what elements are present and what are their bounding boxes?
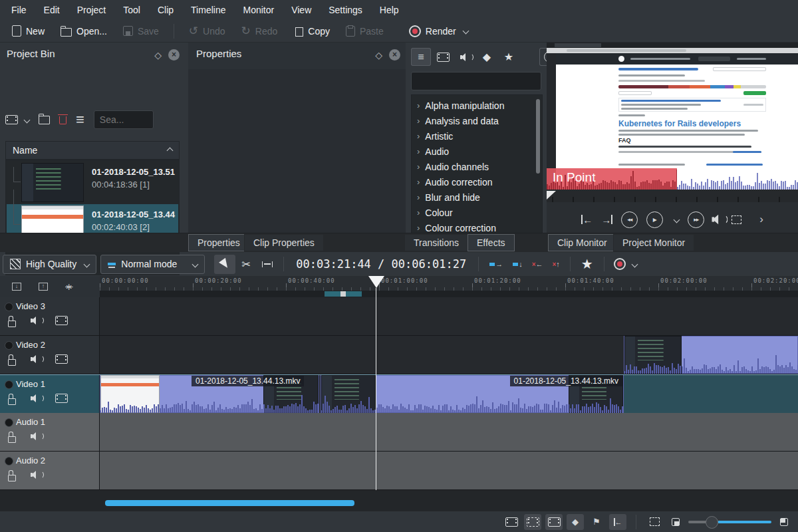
tab-clip-properties[interactable]: Clip Properties xyxy=(244,234,324,251)
redo-button[interactable]: ↻Redo xyxy=(235,21,285,41)
undo-button[interactable]: ↺Undo xyxy=(182,21,232,41)
timeline-horizontal-scrollbar[interactable] xyxy=(105,500,354,506)
timeline-clip[interactable]: 01-2018-12-05_13.44.13.mkv xyxy=(321,375,624,413)
create-folder-button[interactable] xyxy=(39,113,50,126)
playhead-handle[interactable] xyxy=(368,276,384,288)
effect-category[interactable]: ›Colour xyxy=(412,205,542,220)
insert-zone-button[interactable]: → xyxy=(489,260,503,268)
new-button[interactable]: New xyxy=(5,23,51,39)
menu-file[interactable]: File xyxy=(3,2,35,18)
render-options-chevron-icon[interactable] xyxy=(631,261,638,267)
monitor-expand-button[interactable]: › xyxy=(759,213,763,226)
tab-transitions[interactable]: Transitions xyxy=(404,234,468,251)
quality-combobox[interactable]: High Quality xyxy=(3,255,96,274)
add-clip-button[interactable] xyxy=(5,115,29,124)
monitor-video-frame[interactable]: Kubernetes for Rails developers FAQ In P… xyxy=(547,43,798,190)
snap-button[interactable]: ◆ xyxy=(567,514,584,530)
track-body-audio1[interactable] xyxy=(100,413,798,451)
zoom-in-button[interactable] xyxy=(775,514,793,530)
timeline-clip[interactable] xyxy=(624,336,798,374)
monitor-playhead-icon[interactable] xyxy=(547,191,556,200)
track-header-video2[interactable]: Video 2 xyxy=(0,336,100,374)
disable-effects-icon[interactable]: ∗ xyxy=(65,281,73,292)
effect-category[interactable]: ›Blur and hide xyxy=(412,190,542,205)
favorite-effects-button[interactable]: ★ xyxy=(581,256,593,272)
master-track-icon[interactable]: ↑ xyxy=(39,283,48,291)
zone-mode-button[interactable] xyxy=(732,215,741,224)
open-button[interactable]: Open... xyxy=(54,23,114,39)
menu-clip[interactable]: Clip xyxy=(149,2,182,18)
track-target-radio[interactable] xyxy=(5,418,13,427)
zoom-fit-button[interactable] xyxy=(646,514,663,530)
timeline-zoom-slider[interactable] xyxy=(688,514,771,530)
float-panel-button[interactable]: ◇ xyxy=(154,50,162,61)
mute-track-icon[interactable] xyxy=(31,316,41,325)
selection-tool-button[interactable] xyxy=(214,255,235,274)
fit-playhead-button[interactable]: ← xyxy=(609,514,626,530)
effect-category[interactable]: ›Audio channels xyxy=(412,159,542,174)
lock-track-icon[interactable] xyxy=(8,359,16,366)
lock-track-icon[interactable] xyxy=(8,321,16,327)
track-target-radio[interactable] xyxy=(5,457,13,466)
bin-menu-button[interactable]: ≡ xyxy=(76,113,84,126)
effect-category[interactable]: ›Audio correction xyxy=(412,174,542,190)
float-panel-button[interactable]: ◇ xyxy=(375,50,382,61)
effect-category[interactable]: ›Alpha manipulation xyxy=(412,98,542,113)
effects-search-input[interactable] xyxy=(411,72,541,90)
menu-edit[interactable]: Edit xyxy=(35,2,68,18)
track-body-video2[interactable] xyxy=(100,336,798,374)
spacer-tool-button[interactable] xyxy=(257,255,278,274)
show-audio-thumbnails-button[interactable] xyxy=(524,514,541,530)
menu-timeline[interactable]: Timeline xyxy=(182,2,234,18)
bin-clip-row[interactable]: 01-2018-12-05_13.51 00:04:18:36 [1] xyxy=(7,162,178,203)
track-body-video3[interactable] xyxy=(100,297,798,335)
effect-category[interactable]: ›Analysis and data xyxy=(412,113,542,128)
menu-tool[interactable]: Tool xyxy=(114,2,149,18)
paste-button[interactable]: Paste xyxy=(339,23,390,39)
rewind-button[interactable]: ◂◂ xyxy=(621,211,638,228)
hide-track-icon[interactable] xyxy=(55,394,68,403)
edit-mode-combobox[interactable]: Normal mode xyxy=(100,255,205,274)
mute-track-icon[interactable] xyxy=(31,432,41,441)
track-target-radio[interactable] xyxy=(5,341,13,350)
bin-search-input[interactable] xyxy=(94,110,154,129)
track-target-radio[interactable] xyxy=(5,303,13,311)
selected-clip-region[interactable] xyxy=(624,375,798,413)
show-video-thumbnails-button[interactable] xyxy=(503,514,520,530)
save-button[interactable]: Save xyxy=(116,23,166,39)
mute-track-icon[interactable] xyxy=(31,394,41,403)
track-target-radio[interactable] xyxy=(5,380,13,389)
effect-category[interactable]: ›Audio xyxy=(412,144,542,159)
hide-track-icon[interactable] xyxy=(55,316,68,325)
show-all-effects-button[interactable]: ≡ xyxy=(411,48,431,66)
menu-project[interactable]: Project xyxy=(68,2,115,18)
tab-project-monitor[interactable]: Project Monitor xyxy=(613,234,694,251)
render-button[interactable]: Render xyxy=(402,23,475,40)
lock-track-icon[interactable] xyxy=(8,398,16,405)
effect-category[interactable]: ›Colour correction xyxy=(412,220,542,234)
track-header-audio1[interactable]: Audio 1 xyxy=(0,413,100,451)
timeline-clip[interactable]: 01-2018-12-05_13.44.13.mkv xyxy=(100,375,319,413)
mute-track-icon[interactable] xyxy=(31,470,41,479)
menu-view[interactable]: View xyxy=(283,2,320,18)
menu-settings[interactable]: Settings xyxy=(320,2,371,18)
bin-name-column-header[interactable]: Name xyxy=(5,141,180,160)
timeline-render-icon[interactable] xyxy=(614,258,626,270)
effects-scrollbar[interactable] xyxy=(536,99,540,174)
track-header-video3[interactable]: Video 3 xyxy=(0,297,100,335)
copy-button[interactable]: Copy xyxy=(287,23,336,39)
effect-category[interactable]: ›Artistic xyxy=(412,128,542,144)
track-header-video1-active[interactable]: Video 1 xyxy=(0,375,100,413)
forward-button[interactable]: ▸▸ xyxy=(688,211,704,228)
track-header-audio2[interactable]: Audio 2 xyxy=(0,452,100,489)
extract-zone-button[interactable]: ×← xyxy=(532,260,543,268)
video-effects-button[interactable] xyxy=(433,48,453,66)
play-button[interactable]: ▸ xyxy=(646,211,663,228)
timeline-ruler[interactable]: 00:00:00:00 00:00:20:00 00:00:40:00 00:0… xyxy=(100,276,798,291)
mute-track-icon[interactable] xyxy=(31,354,41,364)
favorite-effects-button[interactable]: ★ xyxy=(499,48,519,66)
delete-clip-button[interactable] xyxy=(59,114,66,126)
play-options-chevron-icon[interactable] xyxy=(674,216,680,223)
audio-effects-button[interactable] xyxy=(455,48,475,66)
show-markers-button[interactable] xyxy=(545,514,563,530)
